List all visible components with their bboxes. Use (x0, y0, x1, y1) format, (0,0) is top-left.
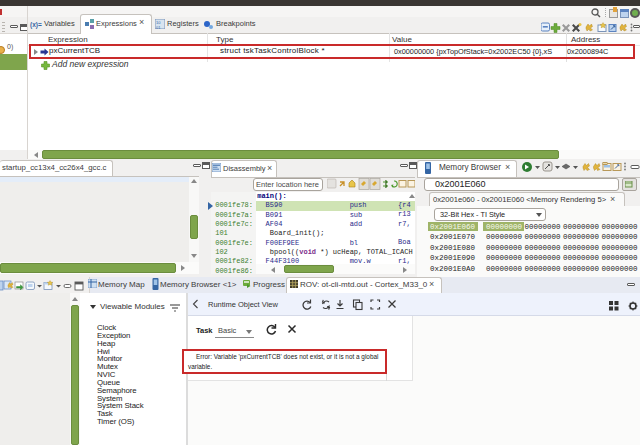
svg-text:01: 01 (156, 25, 161, 30)
